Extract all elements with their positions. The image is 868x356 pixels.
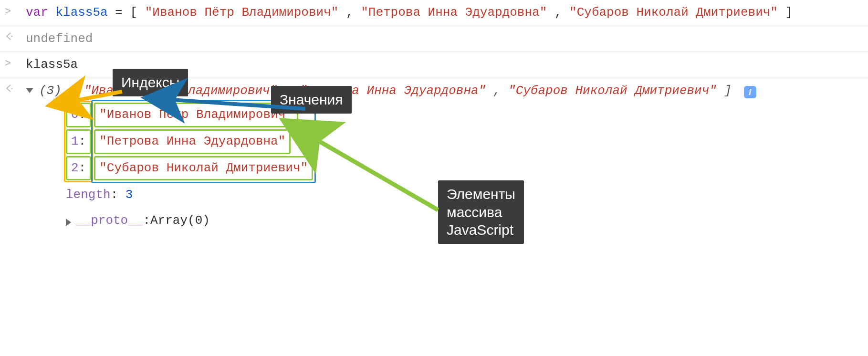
callout-indexes: Индексы [113,69,188,96]
separator: , [493,84,508,98]
bracket-close: ] [724,84,732,98]
array-index-cell: 0: [66,103,91,127]
input-prompt-icon: > [5,3,26,17]
array-index-cell: 2: [66,156,91,181]
console-input-row: > var klass5a = [ "Иванов Пётр Владимиро… [0,0,868,26]
array-value-cell: "Иванов Пётр Владимирович" [94,103,298,127]
array-elements-group: 0: "Иванов Пётр Владимирович" 1: "Петров… [66,103,868,180]
output-prompt-icon [5,81,26,95]
devtools-console: > var klass5a = [ "Иванов Пётр Владимиро… [0,0,868,236]
array-element-row[interactable]: 0: "Иванов Пётр Владимирович" [66,103,868,127]
input-prompt-icon: > [5,55,26,69]
output-prompt-icon [5,29,26,43]
array-value-cell: "Субаров Николай Дмитриевич" [94,156,313,181]
callout-values: Значения [271,86,352,114]
expand-toggle-icon[interactable] [26,88,33,93]
string-literal: "Субаров Николай Дмитриевич" [508,84,717,98]
array-value-cell: "Петрова Инна Эдуардовна" [94,129,291,154]
keyword-var: var [26,5,48,20]
string-literal: "Иванов Пётр Владимирович" [145,5,339,20]
string-literal: "Петрова Инна Эдуардовна" [361,5,547,20]
bracket-close: ] [785,5,793,20]
console-input-code[interactable]: var klass5a = [ "Иванов Пётр Владимирови… [26,3,868,23]
property-name: __proto__ [76,211,143,231]
console-output-row: undefined [0,26,868,52]
array-element-row[interactable]: 1: "Петрова Инна Эдуардовна" [66,129,868,154]
separator: , [554,5,569,20]
callout-elements: Элементы массива JavaScript [438,180,524,244]
identifier: klass5a [26,57,78,72]
operator-eq: = [115,5,130,20]
separator: , [346,5,361,20]
array-element-row[interactable]: 2: "Субаров Николай Дмитриевич" [66,156,868,181]
property-value: Array(0) [150,211,210,231]
array-length-summary: (3) [39,84,62,98]
svg-point-1 [11,87,13,89]
bracket-open: [ [130,5,137,20]
svg-point-0 [11,35,13,37]
undefined-value: undefined [26,29,868,49]
property-value: 3 [125,188,133,202]
expand-toggle-icon[interactable] [66,219,71,226]
string-literal: "Субаров Николай Дмитриевич" [569,5,778,20]
info-icon[interactable]: i [744,86,756,98]
console-output-row: (3) [ "Иванов Пётр Владимирович" , "Петр… [0,78,868,237]
property-name: length [66,188,111,202]
array-index-cell: 1: [66,129,91,154]
identifier: klass5a [55,5,107,20]
bracket-open: [ [69,84,76,98]
